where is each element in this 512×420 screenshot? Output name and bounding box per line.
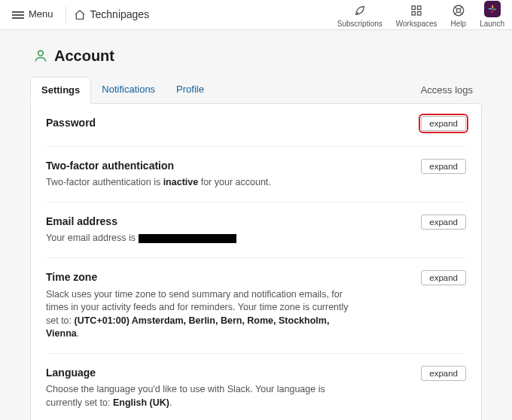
- svg-point-10: [38, 50, 44, 56]
- svg-rect-6: [492, 5, 493, 8]
- text: Choose the language you'd like to use wi…: [46, 384, 325, 408]
- topbar: Menu Technipages Subscriptions Workspace…: [0, 0, 512, 30]
- expand-button-email[interactable]: expand: [421, 215, 466, 230]
- section-password: Password expand: [46, 104, 466, 147]
- nav-label: Help: [451, 19, 467, 29]
- access-logs-link[interactable]: Access logs: [421, 84, 473, 97]
- section-body: Two-factor authentication is inactive fo…: [46, 176, 362, 190]
- page-title-row: Account: [33, 45, 479, 66]
- user-icon: [33, 48, 48, 63]
- svg-rect-9: [488, 8, 492, 9]
- section-body: Slack uses your time zone to send summar…: [46, 288, 362, 341]
- section-title: Two-factor authentication: [46, 159, 412, 174]
- nav-label: Launch: [480, 19, 504, 29]
- svg-rect-0: [412, 6, 416, 10]
- topbar-right: Subscriptions Workspaces Help Launch: [337, 1, 504, 29]
- svg-point-5: [456, 8, 460, 12]
- help-icon: [452, 4, 465, 17]
- home-icon: [74, 9, 86, 21]
- expand-button-password[interactable]: expand: [421, 116, 466, 131]
- menu-button[interactable]: Menu: [8, 5, 58, 24]
- section-title: Language: [46, 366, 412, 381]
- grid-icon: [410, 4, 423, 17]
- divider: [66, 7, 66, 23]
- text: .: [169, 397, 172, 408]
- home-link[interactable]: Technipages: [74, 8, 150, 23]
- text: Your email address is: [46, 233, 139, 243]
- page-title: Account: [54, 45, 114, 66]
- section-two-factor: Two-factor authentication Two-factor aut…: [46, 147, 466, 202]
- expand-button-language[interactable]: expand: [421, 366, 466, 381]
- settings-panel: Password expand Two-factor authenticatio…: [30, 103, 482, 420]
- language-value: English (UK): [113, 397, 169, 408]
- nav-label: Workspaces: [396, 19, 437, 29]
- twofa-status: inactive: [163, 177, 199, 187]
- nav-workspaces[interactable]: Workspaces: [396, 4, 437, 29]
- text: for your account.: [198, 177, 271, 187]
- timezone-value: (UTC+01:00) Amsterdam, Berlin, Bern, Rom…: [46, 315, 329, 339]
- svg-rect-7: [492, 8, 496, 10]
- menu-label: Menu: [29, 8, 53, 21]
- section-timezone: Time zone Slack uses your time zone to s…: [46, 258, 466, 354]
- section-email: Email address Your email address is expa…: [46, 202, 466, 258]
- tabs-row: Settings Notifications Profile Access lo…: [30, 77, 482, 104]
- topbar-left: Menu Technipages: [8, 5, 149, 24]
- slack-icon: [484, 1, 501, 17]
- section-title: Password: [46, 116, 96, 131]
- svg-rect-2: [412, 11, 416, 15]
- redacted-email: [139, 234, 236, 243]
- tab-profile[interactable]: Profile: [166, 77, 215, 104]
- rocket-icon: [353, 4, 367, 17]
- text: .: [77, 328, 79, 339]
- text: Two-factor authentication is: [46, 177, 163, 187]
- section-body: Choose the language you'd like to use wi…: [46, 383, 362, 409]
- svg-rect-3: [418, 11, 422, 15]
- section-body: Your email address is: [46, 232, 362, 245]
- section-title: Email address: [46, 215, 412, 230]
- section-title: Time zone: [46, 270, 412, 285]
- expand-button-two-factor[interactable]: expand: [421, 159, 466, 174]
- svg-rect-8: [491, 9, 492, 13]
- nav-subscriptions[interactable]: Subscriptions: [337, 4, 382, 29]
- nav-launch[interactable]: Launch: [480, 1, 504, 29]
- tab-notifications[interactable]: Notifications: [91, 77, 166, 104]
- svg-rect-1: [418, 6, 422, 10]
- section-language: Language Choose the language you'd like …: [46, 354, 466, 420]
- tab-settings[interactable]: Settings: [30, 77, 91, 104]
- site-name: Technipages: [90, 8, 150, 23]
- hamburger-icon: [12, 11, 24, 19]
- nav-label: Subscriptions: [337, 19, 382, 29]
- page: Account Settings Notifications Profile A…: [30, 45, 482, 420]
- expand-button-timezone[interactable]: expand: [421, 270, 466, 285]
- tabs: Settings Notifications Profile: [30, 77, 215, 104]
- nav-help[interactable]: Help: [451, 4, 467, 29]
